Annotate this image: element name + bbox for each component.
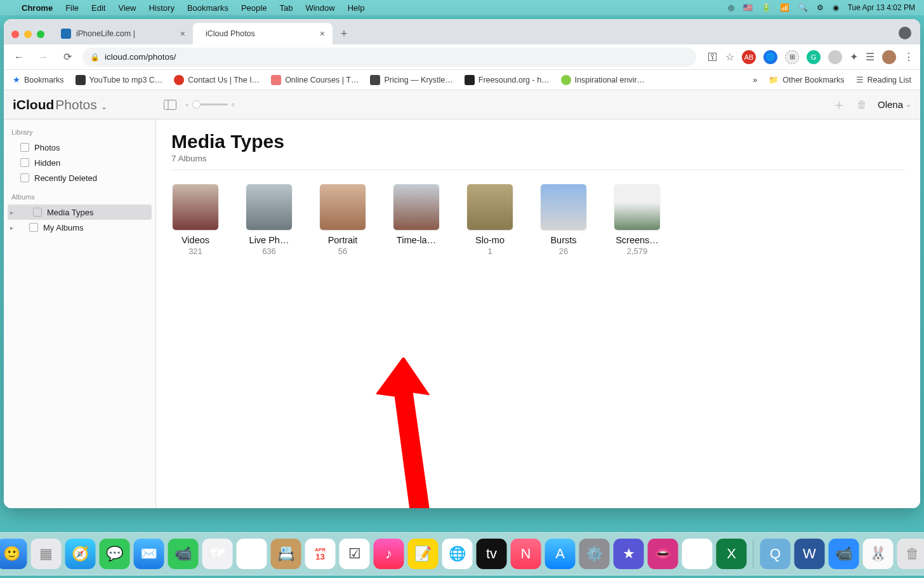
input-flag-icon[interactable]: 🇺🇸 [743, 3, 753, 12]
album-slomo[interactable]: Slo-mo 1 [466, 184, 514, 256]
menubar-app-name[interactable]: Chrome [22, 3, 53, 13]
reading-list-button[interactable]: ☰Reading List [856, 75, 912, 84]
photos-icon[interactable]: 🏵 [237, 539, 267, 569]
app-icon[interactable]: 🐰 [863, 539, 894, 569]
battery-icon[interactable]: 🔋 [762, 3, 771, 12]
launchpad-icon[interactable]: ▦ [31, 539, 62, 569]
sidebar-item-hidden[interactable]: Hidden [4, 155, 155, 170]
window-close-button[interactable] [11, 30, 19, 38]
album-screenshots[interactable]: Screens… 2,579 [613, 184, 661, 256]
menu-window[interactable]: Window [305, 3, 334, 13]
bookmarks-menu[interactable]: ★Bookmarks [13, 75, 64, 84]
control-center-icon[interactable]: ⚙ [817, 3, 824, 12]
maps-icon[interactable]: 🗺 [202, 539, 233, 569]
sidebar-item-photos[interactable]: Photos [4, 140, 155, 155]
appletv-icon[interactable]: tv [477, 539, 507, 569]
reload-button[interactable]: ⟳ [58, 48, 76, 66]
browser-tab-active[interactable]: iCloud Photos × [193, 23, 333, 44]
album-live-photos[interactable]: Live Ph… 636 [245, 184, 293, 256]
key-icon[interactable]: ⚿ [708, 51, 718, 63]
disclosure-triangle-icon[interactable]: ▸ [10, 209, 13, 216]
notes-icon[interactable]: 📝 [408, 539, 439, 569]
forward-button[interactable]: → [34, 48, 52, 66]
back-button[interactable]: ← [10, 48, 28, 66]
menu-file[interactable]: File [65, 3, 79, 13]
delete-button[interactable]: 🗑 [855, 98, 869, 112]
chrome-menu-icon[interactable]: ⋮ [904, 51, 914, 63]
bookmark-item[interactable]: Inspirational envir… [561, 75, 645, 85]
spotlight-icon[interactable]: 🔍 [798, 3, 808, 12]
menu-edit[interactable]: Edit [91, 3, 105, 13]
safari-icon[interactable]: 🧭 [65, 539, 96, 569]
news-icon[interactable]: N [511, 539, 541, 569]
messages-icon[interactable]: 💬 [100, 539, 130, 569]
finder-icon[interactable]: 🙂 [0, 539, 27, 569]
contacts-icon[interactable]: 📇 [271, 539, 301, 569]
zoom-icon[interactable]: 📹 [829, 539, 859, 569]
bookmark-item[interactable]: Online Courses | T… [271, 75, 359, 85]
address-bar[interactable]: 🔒 icloud.com/photos/ [82, 48, 696, 67]
trash-icon[interactable]: 🗑 [897, 539, 925, 569]
ext-icon[interactable]: ⊞ [785, 50, 799, 64]
chrome-icon[interactable]: 🌐 [442, 539, 473, 569]
ext-icon[interactable] [828, 50, 842, 64]
album-videos[interactable]: Videos 321 [171, 184, 220, 256]
reminders-icon[interactable]: ☑︎ [340, 539, 370, 569]
bookmark-item[interactable]: YouTube to mp3 C… [76, 75, 163, 85]
other-bookmarks[interactable]: 📁Other Bookmarks [769, 75, 844, 84]
sidebar-item-my-albums[interactable]: ▸My Albums [4, 220, 155, 235]
sidebar-item-recently-deleted[interactable]: Recently Deleted [4, 170, 155, 185]
menu-view[interactable]: View [118, 3, 136, 13]
wifi-icon[interactable]: 📶 [780, 3, 789, 12]
slack-icon[interactable]: ＊ [682, 539, 713, 569]
mail-icon[interactable]: ✉️ [134, 539, 164, 569]
menubar-clock[interactable]: Tue Apr 13 4:02 PM [848, 3, 915, 12]
sidebar-toggle-icon[interactable] [163, 98, 177, 112]
menu-help[interactable]: Help [348, 3, 365, 13]
menu-tab[interactable]: Tab [279, 3, 293, 13]
menu-history[interactable]: History [148, 3, 174, 13]
bookmark-item[interactable]: Pricing — Krystle… [370, 75, 452, 85]
tab-close-icon[interactable]: × [320, 29, 325, 39]
menu-people[interactable]: People [241, 3, 267, 13]
facetime-icon[interactable]: 📹 [168, 539, 199, 569]
reading-list-icon[interactable]: ☰ [866, 51, 874, 63]
excel-icon[interactable]: X [716, 539, 747, 569]
bookmark-item[interactable]: Contact Us | The I… [174, 75, 260, 85]
zoom-slider[interactable]: ▫ ▫ [186, 100, 235, 109]
upload-button[interactable]: ＋ [832, 98, 846, 112]
siri-icon[interactable]: ◉ [833, 3, 839, 12]
app-icon[interactable]: 👄 [648, 539, 678, 569]
chrome-toolbar: ← → ⟳ 🔒 icloud.com/photos/ ⚿ ☆ AB 🌐 ⊞ G … [4, 44, 920, 70]
window-zoom-button[interactable] [37, 30, 44, 38]
disclosure-triangle-icon[interactable]: ▸ [10, 224, 13, 231]
itunes-icon[interactable]: ★ [614, 539, 644, 569]
album-portrait[interactable]: Portrait 56 [319, 184, 367, 256]
adblock-ext-icon[interactable]: AB [742, 50, 756, 64]
sidebar-item-media-types[interactable]: ▸Media Types [8, 205, 152, 220]
quicktime-icon[interactable]: Q [760, 539, 791, 569]
settings-icon[interactable]: ⚙️ [579, 539, 610, 569]
star-bookmark-icon[interactable]: ☆ [725, 51, 734, 63]
tab-close-icon[interactable]: × [180, 29, 185, 39]
word-icon[interactable]: W [795, 539, 825, 569]
menu-bookmarks[interactable]: Bookmarks [187, 3, 228, 13]
window-minimize-button[interactable] [24, 30, 32, 38]
extensions-icon[interactable]: ✦ [850, 51, 858, 63]
browser-tab[interactable]: iPhoneLife.com | × [53, 23, 193, 44]
status-icon[interactable]: ◎ [728, 3, 734, 12]
icloud-brand[interactable]: iCloudPhotos⌄ [13, 97, 107, 112]
user-menu[interactable]: Olena⌄ [878, 99, 911, 110]
calendar-icon[interactable]: APR13 [305, 539, 336, 569]
new-tab-button[interactable]: + [335, 25, 353, 43]
bookmark-item[interactable]: Freesound.org - h… [465, 75, 550, 85]
grammarly-ext-icon[interactable]: G [807, 50, 821, 64]
album-bursts[interactable]: Bursts 26 [539, 184, 588, 256]
profile-indicator-icon[interactable] [899, 27, 911, 39]
album-timelapse[interactable]: Time-la… [392, 184, 440, 256]
music-icon[interactable]: ♪ [374, 539, 404, 569]
bookmarks-overflow[interactable]: » [753, 76, 757, 84]
translate-ext-icon[interactable]: 🌐 [763, 50, 777, 64]
profile-avatar[interactable] [882, 50, 896, 64]
appstore-icon[interactable]: A [545, 539, 576, 569]
